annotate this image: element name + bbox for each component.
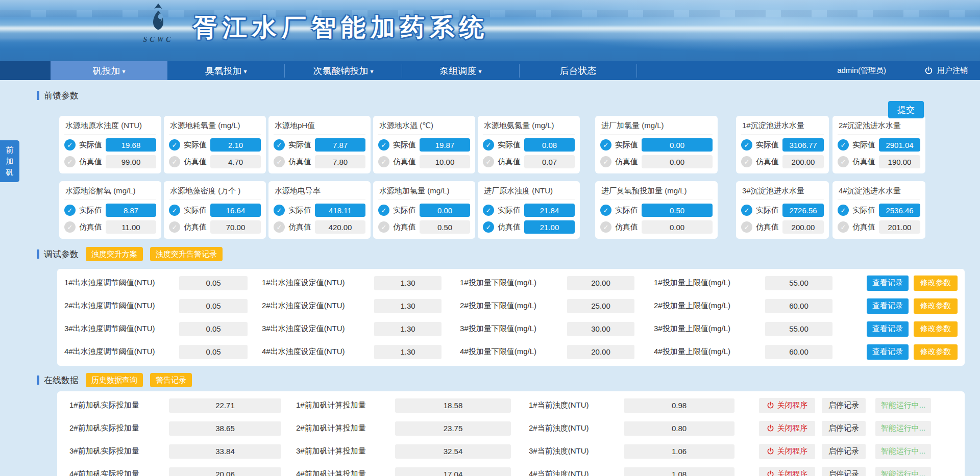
check-icon[interactable]: ✓ (378, 156, 389, 167)
sim-value-box[interactable]: 0.00 (642, 155, 713, 168)
value-box[interactable]: 0.05 (179, 322, 248, 336)
sim-value-box[interactable]: 4.70 (210, 155, 261, 168)
sim-value-box[interactable]: 0.00 (642, 220, 713, 234)
check-icon[interactable]: ✓ (600, 205, 611, 216)
value-box[interactable]: 0.05 (179, 276, 248, 290)
actual-value-box[interactable]: 21.84 (524, 204, 575, 217)
sim-value-box[interactable]: 190.00 (879, 155, 920, 168)
actual-value-box[interactable]: 7.87 (315, 138, 365, 152)
actual-value-box[interactable]: 2536.46 (879, 204, 920, 217)
start-stop-record-button[interactable]: 启停记录 (822, 398, 866, 413)
value-box[interactable]: 0.05 (179, 299, 248, 313)
actual-value-box[interactable]: 2901.04 (879, 138, 920, 152)
nav-naclo-dosing[interactable]: 次氯酸钠投加 ▾ (285, 61, 402, 80)
actual-value-box[interactable]: 19.68 (106, 138, 156, 152)
actual-value-box[interactable]: 3106.77 (782, 138, 824, 152)
start-stop-record-button[interactable]: 启停记录 (822, 467, 866, 476)
view-record-button[interactable]: 查看记录 (867, 344, 909, 360)
check-icon[interactable]: ✓ (64, 156, 76, 167)
actual-value-box[interactable]: 0.00 (642, 138, 713, 152)
check-icon[interactable]: ✓ (483, 221, 494, 233)
check-icon[interactable]: ✓ (378, 221, 389, 233)
check-icon[interactable]: ✓ (169, 156, 180, 167)
alarm-record-button[interactable]: 警告记录 (150, 373, 192, 387)
value-box[interactable]: 55.00 (765, 322, 832, 336)
actual-value-box[interactable]: 16.64 (210, 204, 261, 217)
view-record-button[interactable]: 查看记录 (867, 275, 909, 291)
close-program-button[interactable]: 关闭程序 (759, 421, 815, 436)
value-box[interactable]: 0.05 (179, 345, 248, 359)
view-record-button[interactable]: 查看记录 (867, 321, 909, 337)
actual-value-box[interactable]: 0.50 (642, 204, 713, 217)
check-icon[interactable]: ✓ (274, 205, 285, 216)
submit-button[interactable]: 提交 (888, 101, 924, 118)
actual-value-box[interactable]: 8.87 (106, 204, 156, 217)
modify-param-button[interactable]: 修改参数 (914, 321, 958, 337)
check-icon[interactable]: ✓ (274, 156, 285, 167)
value-box[interactable]: 1.30 (374, 299, 442, 313)
actual-value-box[interactable]: 2726.56 (782, 204, 824, 217)
check-icon[interactable]: ✓ (600, 221, 611, 233)
actual-value-box[interactable]: 0.00 (420, 204, 470, 217)
nav-alum-dosing[interactable]: 矾投加 ▾ (51, 61, 167, 80)
check-icon[interactable]: ✓ (483, 205, 494, 216)
history-query-button[interactable]: 历史数据查询 (86, 373, 143, 387)
sim-value-box[interactable]: 201.00 (879, 220, 920, 234)
sim-value-box[interactable]: 200.00 (782, 155, 824, 168)
check-icon[interactable]: ✓ (741, 156, 752, 167)
check-icon[interactable]: ✓ (483, 156, 494, 167)
close-program-button[interactable]: 关闭程序 (759, 398, 815, 413)
close-program-button[interactable]: 关闭程序 (759, 444, 815, 459)
sim-value-box[interactable]: 10.00 (420, 155, 470, 168)
sim-value-box[interactable]: 0.50 (420, 220, 470, 234)
modify-param-button[interactable]: 修改参数 (914, 344, 958, 360)
check-icon[interactable]: ✓ (274, 139, 285, 151)
check-icon[interactable]: ✓ (600, 139, 611, 151)
view-record-button[interactable]: 查看记录 (867, 298, 909, 314)
value-box[interactable]: 60.00 (765, 345, 832, 359)
sim-value-box[interactable]: 420.00 (315, 220, 365, 234)
nav-backend-status[interactable]: 后台状态 (520, 61, 636, 80)
value-box[interactable]: 1.30 (374, 276, 442, 290)
sim-value-box[interactable]: 99.00 (106, 155, 156, 168)
check-icon[interactable]: ✓ (169, 205, 180, 216)
value-box[interactable]: 30.00 (567, 322, 634, 336)
turbidity-surge-alarm-button[interactable]: 浊度突升告警记录 (150, 247, 223, 261)
check-icon[interactable]: ✓ (838, 205, 849, 216)
check-icon[interactable]: ✓ (483, 139, 494, 151)
actual-value-box[interactable]: 418.11 (315, 204, 365, 217)
check-icon[interactable]: ✓ (741, 139, 752, 151)
actual-value-box[interactable]: 2.10 (210, 138, 261, 152)
sim-value-box[interactable]: 200.00 (782, 220, 824, 234)
check-icon[interactable]: ✓ (838, 221, 849, 233)
value-box[interactable]: 55.00 (765, 276, 832, 290)
start-stop-record-button[interactable]: 启停记录 (822, 444, 866, 459)
side-tab-pre-alum[interactable]: 前加矾 (0, 140, 19, 182)
value-box[interactable]: 20.00 (567, 276, 634, 290)
check-icon[interactable]: ✓ (169, 221, 180, 233)
sim-value-box[interactable]: 70.00 (210, 220, 261, 234)
check-icon[interactable]: ✓ (378, 139, 389, 151)
sim-value-box[interactable]: 0.07 (524, 155, 575, 168)
check-icon[interactable]: ✓ (741, 205, 752, 216)
nav-ozone-dosing[interactable]: 臭氧投加 ▾ (167, 61, 284, 80)
check-icon[interactable]: ✓ (741, 221, 752, 233)
value-box[interactable]: 60.00 (765, 299, 832, 313)
check-icon[interactable]: ✓ (838, 156, 849, 167)
value-box[interactable]: 1.30 (374, 322, 442, 336)
check-icon[interactable]: ✓ (64, 205, 76, 216)
check-icon[interactable]: ✓ (600, 156, 611, 167)
check-icon[interactable]: ✓ (64, 221, 76, 233)
check-icon[interactable]: ✓ (64, 139, 76, 151)
logout-button[interactable]: 用户注销 (924, 66, 968, 76)
sim-value-box[interactable]: 11.00 (106, 220, 156, 234)
check-icon[interactable]: ✓ (378, 205, 389, 216)
value-box[interactable]: 20.00 (567, 345, 634, 359)
turbidity-surge-plan-button[interactable]: 浊度突升方案 (86, 247, 143, 261)
actual-value-box[interactable]: 19.87 (420, 138, 470, 152)
check-icon[interactable]: ✓ (169, 139, 180, 151)
check-icon[interactable]: ✓ (838, 139, 849, 151)
actual-value-box[interactable]: 0.08 (524, 138, 575, 152)
check-icon[interactable]: ✓ (274, 221, 285, 233)
modify-param-button[interactable]: 修改参数 (914, 275, 958, 291)
